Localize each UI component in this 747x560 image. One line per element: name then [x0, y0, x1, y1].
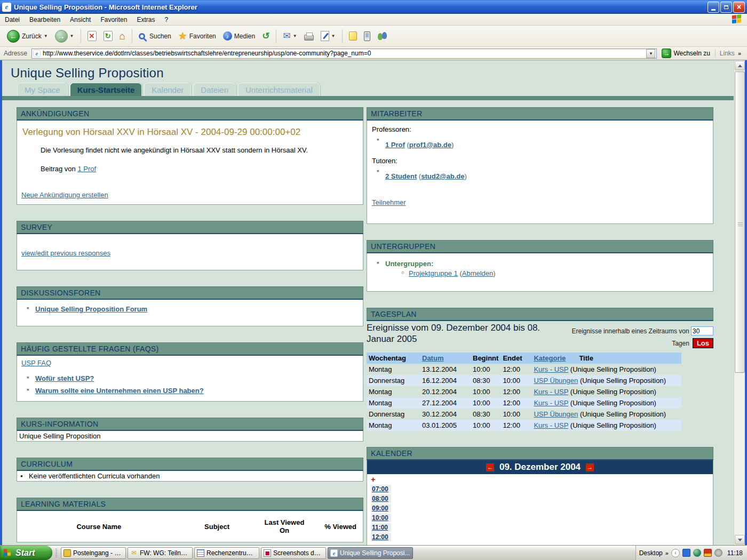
calendar-time-link[interactable]: 09:00: [371, 504, 391, 513]
schedule-days-input[interactable]: [691, 326, 713, 335]
subgroup-action-link[interactable]: Abmelden: [462, 269, 494, 277]
mail-button[interactable]: ✉ ▼: [280, 29, 299, 43]
forward-button[interactable]: → ▼: [52, 28, 77, 44]
cell-day: Montag: [367, 386, 420, 397]
col-datum-sort-link[interactable]: Datum: [422, 354, 443, 362]
calendar-time-link[interactable]: 10:00: [371, 514, 391, 522]
menu-help[interactable]: ?: [160, 14, 173, 25]
schedule-go-button[interactable]: Los: [693, 338, 713, 348]
event-category-link[interactable]: Kurs - USP: [534, 388, 568, 396]
tutor-email-link[interactable]: stud2@ab.de: [421, 172, 464, 180]
course-info-text: Unique Selling Proposition: [17, 431, 363, 442]
task-mail-message[interactable]: ✉ FW: WG: Teilnahme v...: [128, 547, 193, 559]
address-input[interactable]: e http://www.theservice.de/dotlrn/classe…: [31, 49, 657, 59]
discuss-button[interactable]: [346, 30, 360, 42]
new-announcement-link[interactable]: Neue Ankündigung erstellen: [21, 191, 108, 199]
mobile-button[interactable]: [361, 30, 373, 43]
messenger-button[interactable]: [375, 30, 391, 43]
survey-responses-link[interactable]: view/edit previous responses: [21, 249, 110, 257]
subgroup-link[interactable]: Projektgruppe 1: [409, 269, 458, 277]
print-button[interactable]: [301, 30, 316, 42]
network-tray-icon[interactable]: [682, 549, 690, 557]
mobile-icon: [364, 31, 370, 41]
faq-group-link[interactable]: USP FAQ: [21, 359, 51, 367]
col-kategorie-sort-link[interactable]: Kategorie: [534, 354, 566, 362]
restore-button[interactable]: [720, 2, 732, 13]
history-button[interactable]: ↺: [259, 29, 272, 43]
task-ie-active[interactable]: e Unique Selling Proposi...: [328, 547, 413, 559]
task-screenshots[interactable]: ▦ Screenshots dotLRN....: [261, 547, 326, 559]
event-category-link[interactable]: Kurs - USP: [534, 365, 568, 373]
event-category-link[interactable]: USP Übungen: [534, 377, 578, 385]
calendar-time-link[interactable]: 12:00: [371, 533, 391, 541]
menu-ansicht[interactable]: Ansicht: [65, 14, 96, 25]
menu-datei[interactable]: Datei: [0, 14, 25, 25]
address-label: Adresse: [2, 50, 29, 57]
window-title: Unique Selling Proposition - Microsoft I…: [14, 3, 705, 11]
edit-dropdown-icon[interactable]: ▼: [331, 34, 336, 38]
scroll-up-button[interactable]: [735, 61, 745, 70]
tray-chevron-icon[interactable]: »: [665, 550, 669, 556]
address-dropdown-button[interactable]: ▼: [646, 49, 655, 58]
minimize-button[interactable]: [708, 2, 719, 13]
start-button[interactable]: Start: [0, 546, 52, 560]
task-outlook-inbox[interactable]: Posteingang - Micros...: [61, 547, 126, 559]
desktop-toolbar-label[interactable]: Desktop: [639, 549, 663, 557]
tab-unterrichtsmaterial[interactable]: Unterrichtsmaterial: [238, 83, 320, 96]
update-tray-icon[interactable]: [714, 549, 722, 557]
professor-name-link[interactable]: 1 Prof: [385, 141, 405, 149]
scroll-down-icon: [738, 539, 742, 541]
forward-dropdown-icon[interactable]: ▼: [70, 34, 74, 38]
stop-button[interactable]: ✕: [85, 29, 99, 43]
quick-launch-handle[interactable]: [52, 546, 60, 560]
back-button[interactable]: ← Zurück ▼: [4, 28, 51, 44]
globe-tray-icon[interactable]: [693, 549, 701, 557]
calendar-add-event-icon[interactable]: +: [367, 474, 713, 483]
calendar-next-day-button[interactable]: →: [586, 463, 594, 471]
favorites-button[interactable]: ★ Favoriten: [176, 30, 219, 43]
links-toolbar[interactable]: Links »: [715, 50, 745, 57]
professor-email-link[interactable]: prof1@ab.de: [409, 141, 451, 149]
back-dropdown-icon[interactable]: ▼: [44, 34, 48, 38]
course-info-header: KURS-INFORMATION: [17, 418, 363, 431]
toolbar-separator: [81, 29, 81, 43]
byline-author-link[interactable]: 1 Prof: [77, 165, 96, 173]
search-button[interactable]: Suchen: [136, 31, 174, 42]
calendar-time-link[interactable]: 07:00: [371, 485, 391, 493]
event-category-link[interactable]: Kurs - USP: [534, 399, 568, 407]
refresh-button[interactable]: ↻: [101, 29, 115, 43]
go-button[interactable]: → Wechseln zu: [659, 49, 712, 58]
faq-question-link[interactable]: Wofür steht USP?: [35, 374, 94, 382]
event-category-link[interactable]: Kurs - USP: [534, 421, 568, 429]
calendar-time-link[interactable]: 08:00: [371, 494, 391, 503]
calendar-prev-day-button[interactable]: ←: [486, 463, 494, 471]
event-title: (Unique Selling Proposition): [570, 388, 656, 396]
menu-bearbeiten[interactable]: Bearbeiten: [25, 14, 65, 25]
vertical-scrollbar[interactable]: [734, 60, 745, 545]
task-rechenzentrum[interactable]: Rechenzentrum Uni K...: [194, 547, 259, 559]
menu-extras[interactable]: Extras: [132, 14, 160, 25]
tab-dateien[interactable]: Dateien: [193, 83, 236, 96]
tab-my-space[interactable]: My Space: [17, 83, 68, 96]
calendar-time-link[interactable]: 11:00: [371, 523, 391, 532]
faq-question-link[interactable]: Warum sollte eine Unternehmen einen USP …: [35, 387, 204, 395]
cell-date: 03.01.2005: [420, 420, 471, 431]
menu-favoriten[interactable]: Favoriten: [96, 14, 132, 25]
hide-icons-button[interactable]: ‹: [671, 549, 680, 557]
home-button[interactable]: ⌂: [117, 30, 128, 43]
display-tray-icon[interactable]: [704, 549, 712, 557]
scrollbar-thumb[interactable]: [735, 71, 745, 373]
mail-dropdown-icon[interactable]: ▼: [293, 34, 297, 38]
participants-link[interactable]: Teilnehmer: [372, 198, 406, 206]
event-title: (Unique Selling Proposition): [580, 410, 666, 418]
tutor-name-link[interactable]: 2 Student: [385, 172, 417, 180]
scroll-down-button[interactable]: [735, 535, 745, 545]
tab-kurs-startseite[interactable]: Kurs-Startseite: [70, 83, 142, 96]
tab-kalender[interactable]: Kalender: [144, 83, 191, 96]
forum-link[interactable]: Unique Selling Proposition Forum: [35, 305, 147, 313]
event-category-link[interactable]: USP Übungen: [534, 410, 578, 418]
edit-button[interactable]: ▼: [318, 29, 338, 43]
media-button[interactable]: ♪ Medien: [220, 30, 258, 42]
page-viewport: Unique Selling Proposition My Space Kurs…: [0, 60, 747, 545]
close-button[interactable]: ×: [733, 2, 745, 13]
